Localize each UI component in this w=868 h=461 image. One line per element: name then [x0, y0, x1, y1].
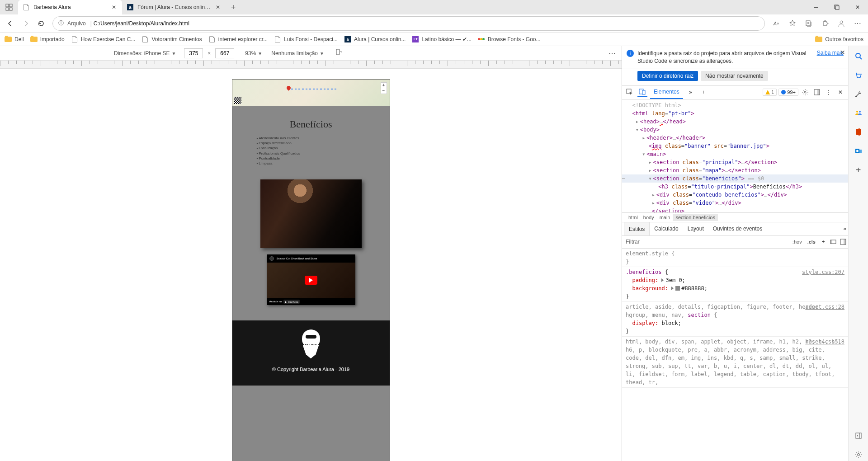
- dont-show-again-button[interactable]: Não mostrar novamente: [701, 71, 768, 81]
- site-info-icon[interactable]: ⓘ: [58, 19, 64, 27]
- crumb[interactable]: html: [626, 214, 641, 221]
- style-rule[interactable]: element.style { }: [622, 249, 848, 267]
- close-tab-button[interactable]: ✕: [214, 4, 222, 11]
- browser-tab-inactive[interactable]: a Fórum | Alura - Cursos online de ✕: [122, 0, 226, 14]
- sidebar-collapse-button[interactable]: [852, 429, 865, 442]
- address-bar[interactable]: ⓘ Arquivo | C:/Users/jeani/Desktop/Alura…: [52, 16, 765, 31]
- shopping-icon[interactable]: [852, 69, 865, 81]
- bookmark-item[interactable]: LTLatino básico — ✔...: [412, 36, 471, 43]
- dom-breadcrumb[interactable]: html body main section.beneficios: [622, 212, 848, 222]
- tab-event-listeners[interactable]: Ouvintes de eventos: [708, 222, 767, 235]
- device-viewport[interactable]: +− Benefícios Atendimento aos clientes E…: [0, 69, 622, 461]
- dom-node[interactable]: <h3 class="titulo-principal">Benefícios<…: [622, 183, 848, 191]
- favorites-button[interactable]: [785, 16, 800, 31]
- styles-filter-input[interactable]: [622, 239, 790, 245]
- color-swatch-icon[interactable]: [675, 286, 680, 291]
- bookmark-item[interactable]: Luis Fonsi - Despaci...: [274, 36, 338, 43]
- read-aloud-button[interactable]: A»: [769, 16, 784, 31]
- bookmark-item[interactable]: aAlura | Cursos onlin...: [344, 36, 406, 43]
- search-icon[interactable]: [852, 50, 865, 62]
- cls-toggle[interactable]: .cls: [805, 239, 818, 245]
- bookmark-item[interactable]: Dell: [5, 36, 24, 43]
- warnings-badge[interactable]: 1: [763, 89, 777, 96]
- styles-overflow-button[interactable]: »: [843, 226, 846, 232]
- rotate-device-button[interactable]: [335, 49, 342, 57]
- inspect-element-button[interactable]: [625, 87, 635, 97]
- new-style-rule-button[interactable]: +: [818, 239, 828, 245]
- dom-node[interactable]: ▸<div class="video">…</div>: [622, 199, 848, 207]
- dom-node[interactable]: </section>: [622, 207, 848, 212]
- reload-button[interactable]: [33, 16, 49, 31]
- infobar-close-button[interactable]: ✕: [840, 49, 845, 56]
- set-root-dir-button[interactable]: Definir o diretório raiz: [637, 71, 698, 81]
- devtools-more-button[interactable]: ⋮: [824, 87, 834, 97]
- tab-overview-button[interactable]: [0, 0, 18, 14]
- people-icon[interactable]: [852, 107, 865, 119]
- menu-button[interactable]: ⋯: [850, 16, 865, 31]
- collections-button[interactable]: [801, 16, 816, 31]
- add-sidebar-button[interactable]: +: [852, 164, 865, 176]
- close-window-button[interactable]: ✕: [847, 0, 868, 14]
- source-link[interactable]: reset.css:18: [805, 338, 844, 346]
- device-more-button[interactable]: ⋯: [609, 49, 616, 57]
- expand-icon[interactable]: [671, 287, 674, 290]
- browser-tab-active[interactable]: Barbearia Alura ✕: [18, 0, 122, 14]
- dom-node[interactable]: ▸<header>…</header>: [622, 134, 848, 142]
- tab-layout[interactable]: Layout: [683, 222, 708, 235]
- maximize-button[interactable]: [826, 0, 847, 14]
- bookmark-item[interactable]: Importado: [30, 36, 65, 43]
- tab-elements[interactable]: Elementos: [650, 85, 683, 99]
- style-rule[interactable]: reset.css:18 html, body, div, span, appl…: [622, 337, 848, 388]
- dom-node[interactable]: ▸<div class="conteudo-beneficios">…</div…: [622, 191, 848, 199]
- dom-node[interactable]: <!DOCTYPE html>: [622, 101, 848, 109]
- bookmark-item[interactable]: Votorantim Cimentos: [142, 36, 202, 43]
- style-rule[interactable]: reset.css:28 article, aside, details, fi…: [622, 302, 848, 337]
- minimize-button[interactable]: ─: [806, 0, 826, 14]
- styles-pane[interactable]: element.style { } style.css:207 .benefic…: [622, 249, 848, 461]
- map-embed[interactable]: +−: [232, 80, 390, 106]
- source-link[interactable]: reset.css:28: [805, 303, 844, 311]
- video-embed[interactable]: Scissor Cut Short Back and Sides Assisti…: [267, 254, 355, 305]
- map-zoom-control[interactable]: +−: [381, 82, 387, 94]
- new-tab-button[interactable]: +: [698, 87, 708, 97]
- dom-node[interactable]: ▸<section class="principal">…</section>: [622, 158, 848, 166]
- dom-node[interactable]: ▸<head>…</head>: [622, 118, 848, 126]
- close-tab-button[interactable]: ✕: [110, 4, 118, 11]
- tab-styles[interactable]: Estilos: [624, 222, 650, 235]
- bookmark-item[interactable]: Browse Fonts - Goo...: [478, 36, 541, 43]
- dom-tree[interactable]: <!DOCTYPE html> <html lang="pt-br"> ▸<he…: [622, 99, 848, 212]
- play-button-icon[interactable]: [305, 276, 317, 285]
- throttling-select[interactable]: Nenhuma limitação▼: [271, 50, 324, 56]
- device-width-input[interactable]: [184, 48, 203, 58]
- device-toggle-button[interactable]: [637, 87, 647, 97]
- tab-computed[interactable]: Calculado: [650, 222, 683, 235]
- computed-sidebar-button[interactable]: [828, 239, 838, 245]
- dom-node[interactable]: ▾<main>: [622, 150, 848, 158]
- dock-button[interactable]: [812, 87, 822, 97]
- device-zoom-select[interactable]: 93%▼: [245, 50, 262, 56]
- device-height-input[interactable]: [215, 48, 234, 58]
- extensions-button[interactable]: [817, 16, 833, 31]
- other-bookmarks[interactable]: Outros favoritos: [815, 36, 863, 43]
- tabs-overflow-button[interactable]: »: [686, 87, 696, 97]
- new-tab-button[interactable]: +: [226, 0, 241, 14]
- dom-node-selected[interactable]: ⋯ ▾<section class="beneficios"> == $0: [622, 174, 848, 183]
- bookmark-item[interactable]: internet explorer cr...: [208, 36, 268, 43]
- devtools-close-button[interactable]: ✕: [835, 87, 845, 97]
- crumb[interactable]: body: [641, 214, 657, 221]
- source-link[interactable]: style.css:207: [802, 268, 844, 276]
- forward-button[interactable]: [18, 16, 33, 31]
- messages-badge[interactable]: 99+: [778, 89, 798, 96]
- expand-icon[interactable]: [661, 278, 664, 282]
- office-icon[interactable]: [852, 126, 865, 138]
- settings-button[interactable]: [800, 87, 810, 97]
- dom-node[interactable]: <html lang="pt-br">: [622, 109, 848, 118]
- tools-icon[interactable]: [852, 88, 865, 100]
- dom-node[interactable]: <img class="banner" src="banner.jpg">: [622, 142, 848, 150]
- crumb[interactable]: main: [657, 214, 673, 221]
- outlook-icon[interactable]: [852, 145, 865, 157]
- back-button[interactable]: [3, 16, 18, 31]
- crumb-current[interactable]: section.beneficios: [673, 214, 717, 221]
- hov-toggle[interactable]: :hov: [790, 239, 805, 245]
- emulated-page[interactable]: +− Benefícios Atendimento aos clientes E…: [232, 80, 390, 461]
